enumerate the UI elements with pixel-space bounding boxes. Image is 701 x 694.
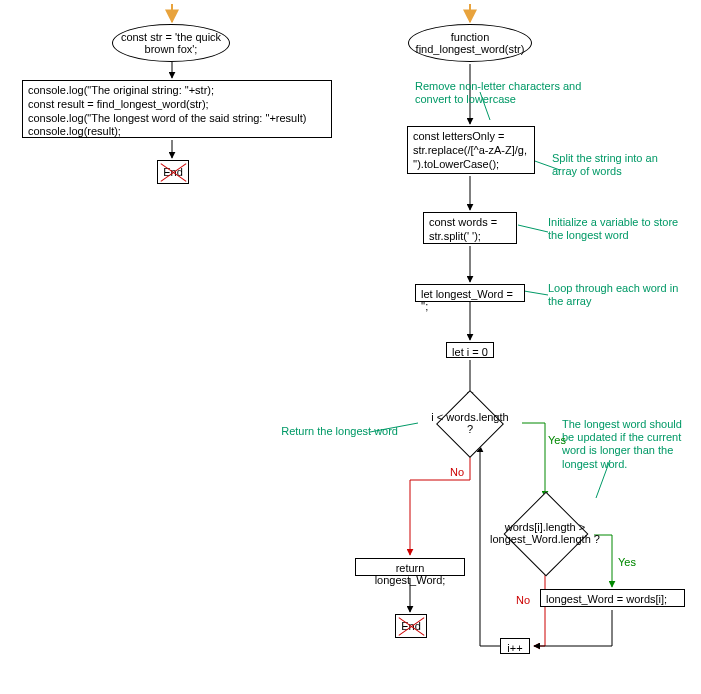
comment-remove: Remove non-letter characters and convert… [415, 80, 585, 106]
comment-loop: Loop through each word in the array [548, 282, 688, 308]
label-yes-2: Yes [618, 556, 636, 568]
fn-text: function find_longest_word(str) [411, 31, 529, 55]
end-left: End [157, 160, 189, 184]
node-assign: longest_Word = words[i]; [540, 589, 685, 607]
svg-line-12 [518, 225, 548, 232]
end-left-text: End [163, 166, 183, 178]
label-no-2: No [516, 594, 530, 606]
left-block: console.log("The original string: "+str)… [22, 80, 332, 138]
end-right-text: End [401, 620, 421, 632]
svg-line-13 [524, 291, 548, 295]
start-right: function find_longest_word(str) [408, 24, 532, 62]
start-left-text: const str = 'the quick brown fox'; [115, 31, 227, 55]
comment-return: Return the longest word [258, 425, 398, 438]
comment-split: Split the string into an array of words [552, 152, 682, 178]
node-longest-init: let longest_Word = ''; [415, 284, 525, 302]
node-i-init: let i = 0 [446, 342, 494, 358]
label-no-1: No [450, 466, 464, 478]
decision-longer: words[i].length > longest_Word.length ? [472, 494, 618, 572]
label-yes-1: Yes [548, 434, 566, 446]
end-right: End [395, 614, 427, 638]
node-letters-only: const lettersOnly = str.replace(/[^a-zA-… [407, 126, 535, 174]
node-return: return longest_Word; [355, 558, 465, 576]
comment-init: Initialize a variable to store the longe… [548, 216, 688, 242]
node-inc: i++ [500, 638, 530, 654]
node-words: const words = str.split(' '); [423, 212, 517, 244]
comment-update: The longest word should be updated if th… [562, 418, 696, 471]
start-left: const str = 'the quick brown fox'; [112, 24, 230, 62]
left-block-text: console.log("The original string: "+str)… [28, 84, 306, 137]
decision-loop-cond: i < words.length ? [416, 397, 524, 449]
